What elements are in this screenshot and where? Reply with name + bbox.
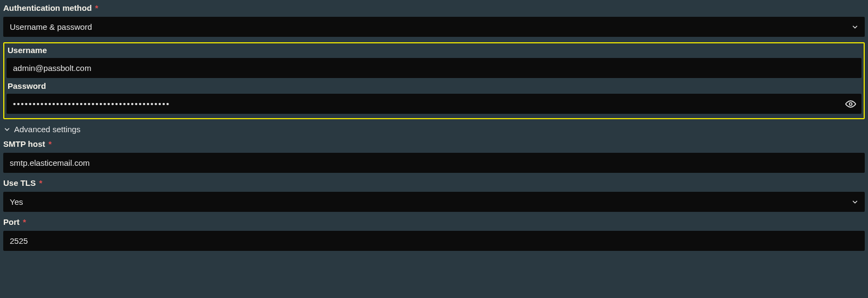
use-tls-field: Use TLS * Yes — [3, 178, 865, 212]
port-field: Port * — [3, 217, 865, 251]
credentials-highlight: Username Password — [3, 42, 865, 119]
password-field: Password — [7, 81, 861, 114]
port-label-text: Port — [3, 217, 20, 226]
auth-method-field: Authentication method * Username & passw… — [3, 3, 865, 37]
smtp-host-label-text: SMTP host — [3, 139, 45, 148]
required-mark: * — [95, 3, 99, 12]
password-label: Password — [7, 81, 861, 90]
password-control[interactable] — [7, 94, 861, 114]
username-input[interactable] — [7, 58, 861, 78]
use-tls-value: Yes — [3, 192, 845, 212]
auth-method-value: Username & password — [3, 17, 845, 37]
password-input[interactable] — [7, 94, 840, 114]
required-mark: * — [23, 217, 26, 226]
chevron-down-icon — [3, 126, 11, 133]
auth-method-label-text: Authentication method — [3, 3, 92, 12]
smtp-host-label: SMTP host * — [3, 139, 865, 148]
smtp-host-field: SMTP host * — [3, 139, 865, 173]
chevron-down-icon[interactable] — [845, 198, 865, 206]
required-mark: * — [39, 178, 42, 187]
advanced-settings-toggle[interactable]: Advanced settings — [3, 125, 865, 134]
smtp-host-control[interactable] — [3, 153, 865, 173]
username-control[interactable] — [7, 58, 861, 78]
required-mark: * — [48, 139, 51, 148]
use-tls-select[interactable]: Yes — [3, 192, 865, 212]
username-field: Username — [7, 46, 861, 78]
username-label: Username — [7, 46, 861, 55]
chevron-down-icon[interactable] — [845, 23, 865, 31]
advanced-settings-label: Advanced settings — [14, 125, 81, 134]
eye-icon[interactable] — [840, 99, 861, 109]
use-tls-label: Use TLS * — [3, 178, 865, 187]
svg-point-0 — [850, 102, 852, 105]
use-tls-label-text: Use TLS — [3, 178, 36, 187]
smtp-host-input[interactable] — [3, 153, 865, 173]
auth-method-label: Authentication method * — [3, 3, 865, 12]
port-input[interactable] — [3, 231, 865, 251]
port-control[interactable] — [3, 231, 865, 251]
auth-method-select[interactable]: Username & password — [3, 17, 865, 37]
port-label: Port * — [3, 217, 865, 226]
